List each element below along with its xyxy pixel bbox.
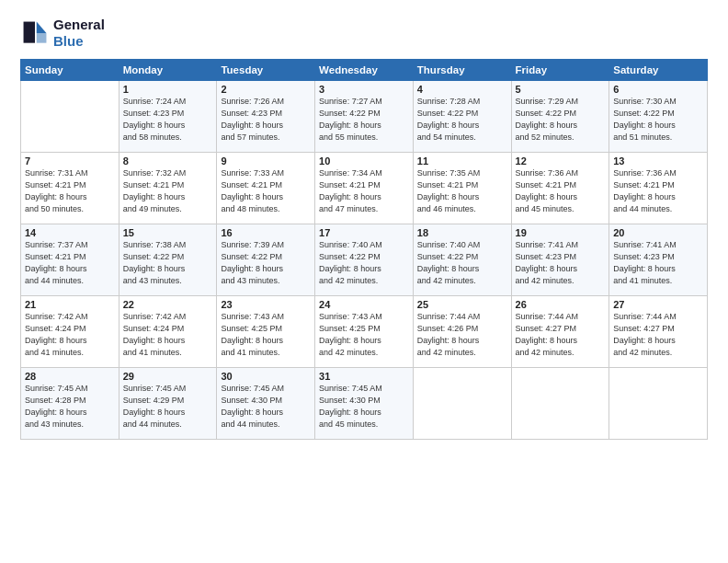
calendar-cell: 17Sunrise: 7:40 AMSunset: 4:22 PMDayligh…: [315, 224, 414, 296]
day-number: 29: [123, 371, 213, 382]
day-number: 18: [417, 227, 507, 238]
day-number: 25: [417, 299, 507, 310]
logo: General Blue: [20, 17, 105, 50]
day-number: 26: [516, 299, 606, 310]
svg-rect-2: [24, 22, 35, 43]
day-content: Sunrise: 7:36 AMSunset: 4:21 PMDaylight:…: [613, 167, 703, 215]
day-content: Sunrise: 7:34 AMSunset: 4:21 PMDaylight:…: [319, 167, 409, 215]
day-content: Sunrise: 7:26 AMSunset: 4:23 PMDaylight:…: [221, 96, 311, 144]
day-number: 14: [25, 227, 115, 238]
header-day-tuesday: Tuesday: [217, 60, 315, 81]
header-day-saturday: Saturday: [609, 60, 708, 81]
calendar-cell: 4Sunrise: 7:28 AMSunset: 4:22 PMDaylight…: [413, 81, 511, 153]
day-content: Sunrise: 7:41 AMSunset: 4:23 PMDaylight:…: [613, 239, 703, 287]
day-number: 20: [613, 227, 703, 238]
day-number: 2: [221, 84, 311, 95]
day-content: Sunrise: 7:43 AMSunset: 4:25 PMDaylight:…: [221, 311, 311, 359]
day-number: 19: [516, 227, 606, 238]
logo-line1: General: [53, 17, 105, 32]
day-number: 24: [319, 299, 409, 310]
calendar-cell: 5Sunrise: 7:29 AMSunset: 4:22 PMDaylight…: [511, 81, 609, 153]
day-content: Sunrise: 7:30 AMSunset: 4:22 PMDaylight:…: [613, 96, 703, 144]
day-number: 9: [221, 155, 311, 167]
day-number: 8: [123, 155, 213, 167]
calendar-cell: [413, 368, 511, 440]
calendar-cell: 29Sunrise: 7:45 AMSunset: 4:29 PMDayligh…: [119, 368, 217, 440]
calendar-cell: 30Sunrise: 7:45 AMSunset: 4:30 PMDayligh…: [217, 368, 315, 440]
day-content: Sunrise: 7:24 AMSunset: 4:23 PMDaylight:…: [123, 96, 213, 144]
day-content: Sunrise: 7:40 AMSunset: 4:22 PMDaylight:…: [319, 239, 409, 287]
calendar-cell: 1Sunrise: 7:24 AMSunset: 4:23 PMDaylight…: [119, 81, 217, 153]
calendar-cell: [21, 81, 119, 153]
day-number: 6: [613, 84, 703, 95]
week-row-4: 28Sunrise: 7:45 AMSunset: 4:28 PMDayligh…: [21, 368, 708, 440]
day-number: 5: [516, 84, 606, 95]
day-content: Sunrise: 7:40 AMSunset: 4:22 PMDaylight:…: [417, 239, 507, 287]
day-number: 15: [123, 227, 213, 238]
calendar-cell: 27Sunrise: 7:44 AMSunset: 4:27 PMDayligh…: [609, 296, 708, 368]
day-content: Sunrise: 7:32 AMSunset: 4:21 PMDaylight:…: [123, 167, 213, 215]
day-content: Sunrise: 7:33 AMSunset: 4:21 PMDaylight:…: [221, 167, 311, 215]
calendar-cell: 15Sunrise: 7:38 AMSunset: 4:22 PMDayligh…: [119, 224, 217, 296]
day-content: Sunrise: 7:31 AMSunset: 4:21 PMDaylight:…: [25, 167, 115, 215]
calendar-cell: 7Sunrise: 7:31 AMSunset: 4:21 PMDaylight…: [21, 153, 119, 224]
day-content: Sunrise: 7:35 AMSunset: 4:21 PMDaylight:…: [417, 167, 507, 215]
calendar-cell: 23Sunrise: 7:43 AMSunset: 4:25 PMDayligh…: [217, 296, 315, 368]
day-number: 27: [613, 299, 703, 310]
logo-text: General Blue: [53, 17, 105, 50]
day-content: Sunrise: 7:42 AMSunset: 4:24 PMDaylight:…: [25, 311, 115, 359]
header-day-thursday: Thursday: [413, 60, 511, 81]
calendar-cell: 10Sunrise: 7:34 AMSunset: 4:21 PMDayligh…: [315, 153, 414, 224]
calendar-cell: 20Sunrise: 7:41 AMSunset: 4:23 PMDayligh…: [609, 224, 708, 296]
header-day-monday: Monday: [119, 60, 217, 81]
day-content: Sunrise: 7:44 AMSunset: 4:27 PMDaylight:…: [613, 311, 703, 359]
day-content: Sunrise: 7:45 AMSunset: 4:29 PMDaylight:…: [123, 383, 213, 431]
day-number: 17: [319, 227, 409, 238]
day-content: Sunrise: 7:39 AMSunset: 4:22 PMDaylight:…: [221, 239, 311, 287]
calendar-cell: [609, 368, 708, 440]
day-number: 7: [25, 155, 115, 167]
calendar-table: SundayMondayTuesdayWednesdayThursdayFrid…: [20, 59, 708, 440]
day-number: 11: [417, 155, 507, 167]
week-row-0: 1Sunrise: 7:24 AMSunset: 4:23 PMDaylight…: [21, 81, 708, 153]
day-number: 31: [319, 371, 409, 382]
calendar-cell: 6Sunrise: 7:30 AMSunset: 4:22 PMDaylight…: [609, 81, 708, 153]
day-content: Sunrise: 7:37 AMSunset: 4:21 PMDaylight:…: [25, 239, 115, 287]
week-row-1: 7Sunrise: 7:31 AMSunset: 4:21 PMDaylight…: [21, 153, 708, 224]
day-number: 12: [516, 155, 606, 167]
day-content: Sunrise: 7:29 AMSunset: 4:22 PMDaylight:…: [516, 96, 606, 144]
svg-marker-0: [37, 22, 47, 33]
week-row-2: 14Sunrise: 7:37 AMSunset: 4:21 PMDayligh…: [21, 224, 708, 296]
day-content: Sunrise: 7:38 AMSunset: 4:22 PMDaylight:…: [123, 239, 213, 287]
day-content: Sunrise: 7:43 AMSunset: 4:25 PMDaylight:…: [319, 311, 409, 359]
day-number: 16: [221, 227, 311, 238]
day-number: 10: [319, 155, 409, 167]
calendar-cell: 2Sunrise: 7:26 AMSunset: 4:23 PMDaylight…: [217, 81, 315, 153]
calendar-cell: 16Sunrise: 7:39 AMSunset: 4:22 PMDayligh…: [217, 224, 315, 296]
day-content: Sunrise: 7:45 AMSunset: 4:28 PMDaylight:…: [25, 383, 115, 431]
logo-icon: [20, 18, 50, 48]
calendar-cell: 31Sunrise: 7:45 AMSunset: 4:30 PMDayligh…: [315, 368, 414, 440]
day-number: 13: [613, 155, 703, 167]
calendar-cell: 25Sunrise: 7:44 AMSunset: 4:26 PMDayligh…: [413, 296, 511, 368]
day-number: 28: [25, 371, 115, 382]
calendar-cell: 9Sunrise: 7:33 AMSunset: 4:21 PMDaylight…: [217, 153, 315, 224]
day-number: 4: [417, 84, 507, 95]
header: General Blue: [20, 17, 708, 50]
calendar-cell: 8Sunrise: 7:32 AMSunset: 4:21 PMDaylight…: [119, 153, 217, 224]
calendar-cell: 19Sunrise: 7:41 AMSunset: 4:23 PMDayligh…: [511, 224, 609, 296]
calendar-cell: 18Sunrise: 7:40 AMSunset: 4:22 PMDayligh…: [413, 224, 511, 296]
header-day-wednesday: Wednesday: [315, 60, 414, 81]
day-content: Sunrise: 7:27 AMSunset: 4:22 PMDaylight:…: [319, 96, 409, 144]
day-content: Sunrise: 7:44 AMSunset: 4:27 PMDaylight:…: [516, 311, 606, 359]
day-content: Sunrise: 7:41 AMSunset: 4:23 PMDaylight:…: [516, 239, 606, 287]
calendar-cell: 12Sunrise: 7:36 AMSunset: 4:21 PMDayligh…: [511, 153, 609, 224]
calendar-cell: 28Sunrise: 7:45 AMSunset: 4:28 PMDayligh…: [21, 368, 119, 440]
calendar-cell: 14Sunrise: 7:37 AMSunset: 4:21 PMDayligh…: [21, 224, 119, 296]
calendar-cell: 26Sunrise: 7:44 AMSunset: 4:27 PMDayligh…: [511, 296, 609, 368]
day-content: Sunrise: 7:36 AMSunset: 4:21 PMDaylight:…: [516, 167, 606, 215]
logo-line2: Blue: [53, 33, 84, 49]
calendar-cell: 3Sunrise: 7:27 AMSunset: 4:22 PMDaylight…: [315, 81, 414, 153]
day-number: 1: [123, 84, 213, 95]
day-number: 3: [319, 84, 409, 95]
